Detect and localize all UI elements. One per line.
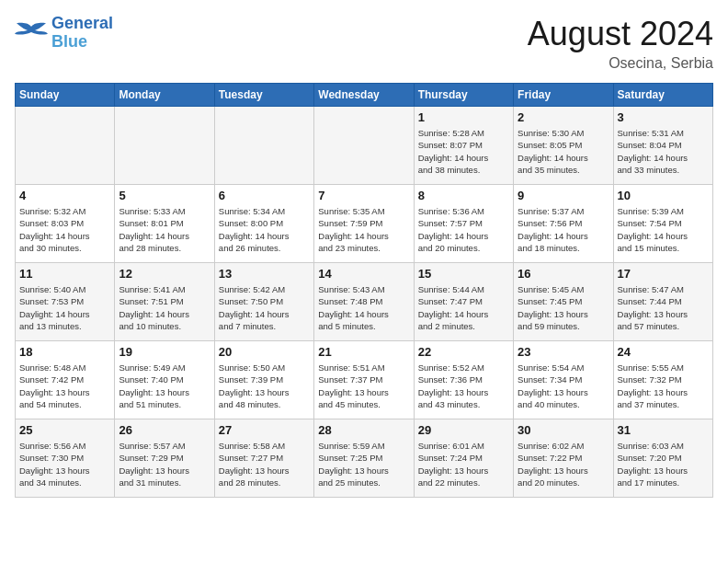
calendar-cell: 22Sunrise: 5:52 AM Sunset: 7:36 PM Dayli…: [414, 341, 513, 419]
calendar-cell: 13Sunrise: 5:42 AM Sunset: 7:50 PM Dayli…: [214, 263, 313, 341]
day-number: 29: [418, 423, 509, 437]
week-row-3: 11Sunrise: 5:40 AM Sunset: 7:53 PM Dayli…: [16, 263, 713, 341]
calendar-cell: 14Sunrise: 5:43 AM Sunset: 7:48 PM Dayli…: [314, 263, 414, 341]
calendar-cell: 8Sunrise: 5:36 AM Sunset: 7:57 PM Daylig…: [414, 185, 513, 263]
logo: General Blue: [15, 15, 113, 52]
calendar-cell: [16, 107, 115, 185]
calendar-cell: 26Sunrise: 5:57 AM Sunset: 7:29 PM Dayli…: [115, 419, 214, 498]
calendar-cell: 15Sunrise: 5:44 AM Sunset: 7:47 PM Dayli…: [414, 263, 513, 341]
day-number: 7: [318, 189, 409, 202]
calendar-cell: 27Sunrise: 5:58 AM Sunset: 7:27 PM Dayli…: [214, 419, 313, 498]
day-info: Sunrise: 5:50 AM Sunset: 7:39 PM Dayligh…: [219, 362, 310, 410]
day-info: Sunrise: 5:52 AM Sunset: 7:36 PM Dayligh…: [418, 362, 509, 410]
day-info: Sunrise: 5:31 AM Sunset: 8:04 PM Dayligh…: [618, 127, 709, 176]
day-number: 27: [219, 423, 310, 437]
day-number: 16: [518, 267, 609, 281]
week-row-5: 25Sunrise: 5:56 AM Sunset: 7:30 PM Dayli…: [16, 419, 713, 498]
header-tuesday: Tuesday: [214, 84, 313, 107]
day-info: Sunrise: 5:39 AM Sunset: 7:54 PM Dayligh…: [618, 205, 709, 254]
day-number: 12: [119, 267, 210, 281]
day-info: Sunrise: 5:30 AM Sunset: 8:05 PM Dayligh…: [518, 127, 609, 176]
day-info: Sunrise: 5:59 AM Sunset: 7:25 PM Dayligh…: [318, 440, 409, 488]
day-number: 11: [19, 267, 110, 281]
day-info: Sunrise: 5:28 AM Sunset: 8:07 PM Dayligh…: [418, 127, 509, 176]
calendar-cell: 2Sunrise: 5:30 AM Sunset: 8:05 PM Daylig…: [514, 107, 613, 185]
day-number: 18: [19, 345, 110, 359]
day-info: Sunrise: 5:41 AM Sunset: 7:51 PM Dayligh…: [119, 283, 210, 332]
day-number: 28: [318, 423, 409, 437]
day-number: 1: [418, 110, 509, 124]
day-info: Sunrise: 5:51 AM Sunset: 7:37 PM Dayligh…: [318, 362, 409, 410]
title-block: August 2024 Osecina, Serbia: [528, 15, 713, 72]
day-number: 25: [19, 423, 110, 437]
day-info: Sunrise: 5:37 AM Sunset: 7:56 PM Dayligh…: [518, 205, 609, 254]
calendar-cell: 9Sunrise: 5:37 AM Sunset: 7:56 PM Daylig…: [514, 185, 613, 263]
calendar-cell: 11Sunrise: 5:40 AM Sunset: 7:53 PM Dayli…: [16, 263, 115, 341]
calendar-cell: 3Sunrise: 5:31 AM Sunset: 8:04 PM Daylig…: [613, 107, 712, 185]
header-monday: Monday: [115, 84, 214, 107]
calendar-cell: 17Sunrise: 5:47 AM Sunset: 7:44 PM Dayli…: [613, 263, 712, 341]
calendar-cell: 19Sunrise: 5:49 AM Sunset: 7:40 PM Dayli…: [115, 341, 214, 419]
week-row-1: 1Sunrise: 5:28 AM Sunset: 8:07 PM Daylig…: [16, 107, 713, 185]
calendar-cell: 6Sunrise: 5:34 AM Sunset: 8:00 PM Daylig…: [214, 185, 313, 263]
day-info: Sunrise: 5:35 AM Sunset: 7:59 PM Dayligh…: [318, 205, 409, 254]
day-info: Sunrise: 6:01 AM Sunset: 7:24 PM Dayligh…: [418, 440, 509, 488]
page-header: General Blue August 2024 Osecina, Serbia: [15, 15, 713, 72]
day-info: Sunrise: 5:42 AM Sunset: 7:50 PM Dayligh…: [219, 283, 310, 332]
day-number: 13: [219, 267, 310, 281]
day-number: 8: [418, 189, 509, 202]
day-info: Sunrise: 5:33 AM Sunset: 8:01 PM Dayligh…: [119, 205, 210, 254]
header-wednesday: Wednesday: [314, 84, 414, 107]
calendar-cell: [214, 107, 313, 185]
calendar-cell: 29Sunrise: 6:01 AM Sunset: 7:24 PM Dayli…: [414, 419, 513, 498]
calendar-cell: 12Sunrise: 5:41 AM Sunset: 7:51 PM Dayli…: [115, 263, 214, 341]
day-number: 19: [119, 345, 210, 359]
calendar-cell: [314, 107, 414, 185]
calendar-cell: 20Sunrise: 5:50 AM Sunset: 7:39 PM Dayli…: [214, 341, 313, 419]
day-number: 15: [418, 267, 509, 281]
day-number: 4: [19, 189, 110, 202]
logo-bird-icon: [15, 19, 48, 47]
calendar-cell: 7Sunrise: 5:35 AM Sunset: 7:59 PM Daylig…: [314, 185, 414, 263]
day-info: Sunrise: 5:34 AM Sunset: 8:00 PM Dayligh…: [219, 205, 310, 254]
calendar-cell: 16Sunrise: 5:45 AM Sunset: 7:45 PM Dayli…: [514, 263, 613, 341]
day-number: 23: [518, 345, 609, 359]
calendar-cell: 25Sunrise: 5:56 AM Sunset: 7:30 PM Dayli…: [16, 419, 115, 498]
day-number: 6: [219, 189, 310, 202]
day-info: Sunrise: 5:36 AM Sunset: 7:57 PM Dayligh…: [418, 205, 509, 254]
calendar-cell: 1Sunrise: 5:28 AM Sunset: 8:07 PM Daylig…: [414, 107, 513, 185]
day-info: Sunrise: 5:48 AM Sunset: 7:42 PM Dayligh…: [19, 362, 110, 410]
day-number: 2: [518, 110, 609, 124]
calendar-cell: 10Sunrise: 5:39 AM Sunset: 7:54 PM Dayli…: [613, 185, 712, 263]
day-number: 26: [119, 423, 210, 437]
calendar-cell: 28Sunrise: 5:59 AM Sunset: 7:25 PM Dayli…: [314, 419, 414, 498]
logo-text: General Blue: [51, 15, 113, 52]
header-friday: Friday: [514, 84, 613, 107]
weekday-header-row: SundayMondayTuesdayWednesdayThursdayFrid…: [16, 84, 713, 107]
header-thursday: Thursday: [414, 84, 513, 107]
day-number: 9: [518, 189, 609, 202]
calendar-cell: 23Sunrise: 5:54 AM Sunset: 7:34 PM Dayli…: [514, 341, 613, 419]
day-number: 5: [119, 189, 210, 202]
day-number: 14: [318, 267, 409, 281]
header-saturday: Saturday: [613, 84, 712, 107]
day-info: Sunrise: 6:02 AM Sunset: 7:22 PM Dayligh…: [518, 440, 609, 488]
day-info: Sunrise: 5:47 AM Sunset: 7:44 PM Dayligh…: [618, 283, 709, 332]
day-info: Sunrise: 5:54 AM Sunset: 7:34 PM Dayligh…: [518, 362, 609, 410]
day-info: Sunrise: 5:43 AM Sunset: 7:48 PM Dayligh…: [318, 283, 409, 332]
calendar-table: SundayMondayTuesdayWednesdayThursdayFrid…: [15, 83, 713, 498]
month-year-title: August 2024: [528, 15, 713, 53]
day-info: Sunrise: 5:45 AM Sunset: 7:45 PM Dayligh…: [518, 283, 609, 332]
day-info: Sunrise: 5:56 AM Sunset: 7:30 PM Dayligh…: [19, 440, 110, 488]
calendar-cell: 18Sunrise: 5:48 AM Sunset: 7:42 PM Dayli…: [16, 341, 115, 419]
day-info: Sunrise: 5:32 AM Sunset: 8:03 PM Dayligh…: [19, 205, 110, 254]
day-info: Sunrise: 6:03 AM Sunset: 7:20 PM Dayligh…: [618, 440, 709, 488]
day-number: 30: [518, 423, 609, 437]
day-info: Sunrise: 5:58 AM Sunset: 7:27 PM Dayligh…: [219, 440, 310, 488]
day-info: Sunrise: 5:44 AM Sunset: 7:47 PM Dayligh…: [418, 283, 509, 332]
day-number: 3: [618, 110, 709, 124]
day-number: 17: [618, 267, 709, 281]
calendar-cell: 31Sunrise: 6:03 AM Sunset: 7:20 PM Dayli…: [613, 419, 712, 498]
day-number: 21: [318, 345, 409, 359]
calendar-cell: [115, 107, 214, 185]
